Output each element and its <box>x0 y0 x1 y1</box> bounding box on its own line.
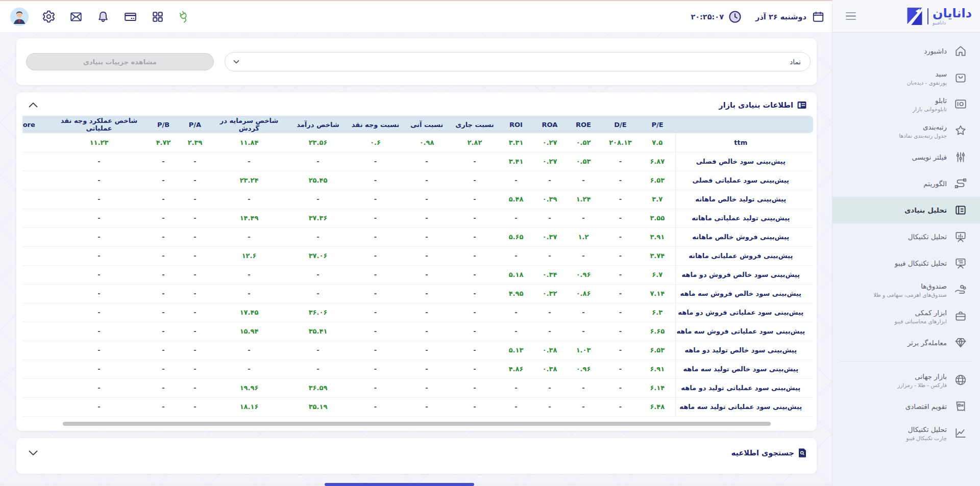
sidebar-item-labels: تحلیل تکنیکال <box>908 233 947 241</box>
cell-op_cash_performance_index: - <box>51 397 148 416</box>
cell-pa: - <box>179 322 211 341</box>
cell-op_cash_performance_index: - <box>51 190 148 209</box>
cell-score <box>22 209 51 227</box>
cell-roa: ۰.۳۸ <box>534 341 566 360</box>
cell-working_capital_index: ۱۴.۴۹ <box>211 209 287 227</box>
cell-roi: - <box>498 303 534 322</box>
announcement-panel-title: جستجوی اطلاعیه <box>731 449 794 457</box>
cell-pb: - <box>148 265 179 284</box>
sidebar-item-technical-fibo[interactable]: تحلیل تکنیکال فیبو <box>832 250 980 276</box>
cell-roi: ۴.۹۵ <box>498 284 534 303</box>
cell-roa: - <box>534 322 566 341</box>
sidebar-item-helper-tools[interactable]: ابزار کمکیابزارهای محاسباتی فیبو <box>832 303 980 329</box>
column-header-pa: P/A <box>179 116 211 133</box>
column-header-roi: ROI <box>498 116 534 133</box>
sidebar-item-global-market[interactable]: بازار جهانیفارکس - طلا - رمزارز <box>832 367 980 393</box>
sidebar-item-algorithm[interactable]: الگوریتم <box>832 170 980 197</box>
cell-op_cash_performance_index: - <box>51 265 148 284</box>
sidebar-item-top-trader[interactable]: معامله‌گر برتر <box>832 329 980 356</box>
sidebar-item-filter-writing[interactable]: فیلتر نویسی <box>832 144 980 170</box>
cell-pe: ۳.۹۱ <box>640 227 675 246</box>
news-outline-icon <box>953 203 968 217</box>
sidebar-item-portfolio[interactable]: سبدپورتفوی - دیده‌بان <box>832 64 980 91</box>
page-scrollbar-thumb[interactable] <box>325 483 474 486</box>
cell-working_capital_index: - <box>211 284 287 303</box>
cell-pe: ۳.۷ <box>640 190 675 209</box>
sidebar-item-economic-calendar[interactable]: تقویم اقتصادی <box>832 393 980 420</box>
calendar-icon[interactable] <box>812 10 825 23</box>
chevron-down-icon <box>233 60 239 64</box>
cell-income_index: - <box>287 341 349 360</box>
cell-working_capital_index: ۱۹.۹۶ <box>211 378 287 397</box>
topbar: دوشنبه ۲۶ آذر ۲۰:۲۵:۰۷ <box>0 0 832 33</box>
sidebar-item-ranking[interactable]: رتبه‌بندیجدول رتبه‌بندی نمادها <box>832 117 980 144</box>
cell-pb: - <box>148 341 179 360</box>
table-row: پیش‌بینی سود خالص فروش دو ماهه۶.۷-۰.۹۶۰.… <box>22 265 813 284</box>
sidebar-item-fundamental-analysis[interactable]: تحلیل بنیادی <box>832 197 980 223</box>
cell-income_index: ۳۶.۵۹ <box>287 378 349 397</box>
cell-cash_ratio: - <box>349 360 402 378</box>
column-header-quick_ratio: نسبت آنی <box>402 116 451 133</box>
table-horizontal-scrollbar[interactable] <box>26 422 771 426</box>
symbol-select[interactable]: نماد <box>225 52 811 71</box>
collapse-panel-button[interactable] <box>27 100 40 110</box>
cell-roe: ۱.۲ <box>566 227 601 246</box>
cell-pa: - <box>179 227 211 246</box>
sidebar-item-dashboard[interactable]: داشبورد <box>832 38 980 64</box>
cell-income_index: ۳۵.۴۱ <box>287 322 349 341</box>
fundamental-table-wrap[interactable]: P/ED/EROEROAROIنسبت جارینسبت آنینسبت وجه… <box>22 116 813 417</box>
cell-pe: ۶.۸۷ <box>640 152 675 171</box>
cell-de: - <box>601 265 640 284</box>
table-row: پیش‌بینی فروش خالص ماهانه۳.۹۱-۱.۲۰.۳۷۵.۶… <box>22 227 813 246</box>
row-label: پیش‌بینی سود خالص فروش دو ماهه <box>675 265 813 284</box>
cell-de: - <box>601 190 640 209</box>
cell-score <box>22 378 51 397</box>
fundamental-info-panel: اطلاعات بنیادی بازار P/ED/EROEROAROIنسبت… <box>16 92 817 431</box>
cell-working_capital_index: - <box>211 227 287 246</box>
cell-pe: ۶.۳ <box>640 303 675 322</box>
sidebar-item-funds[interactable]: صندوق‌هاصندوق‌های اهرمی، سهامی و طلا <box>832 276 980 303</box>
user-avatar-image <box>10 8 29 26</box>
sidebar-item-sublabel: پورتفوی - دیده‌بان <box>907 80 947 86</box>
bell-icon[interactable] <box>96 10 110 23</box>
page-horizontal-scrollbar[interactable] <box>0 483 832 486</box>
sidebar-item-label: تقویم اقتصادی <box>905 402 947 411</box>
sidebar-item-tablo[interactable]: تابلوتابلوخوانی بازار <box>832 91 980 117</box>
danayan-logo[interactable]: دانایان دانافیبو <box>906 7 972 26</box>
avatar[interactable] <box>10 8 29 26</box>
sidebar-item-sublabel: فارکس - طلا - رمزارز <box>897 382 947 388</box>
sidebar-item-technical-chart[interactable]: تحلیل تکنیکالچارت تکنیکال فیبو <box>832 420 980 446</box>
view-fundamental-details-button[interactable]: مشاهده جزییات بنیادی <box>26 53 214 70</box>
cell-de: - <box>601 303 640 322</box>
announcement-panel-header: جستجوی اطلاعیه <box>16 441 817 465</box>
table-scrollbar-thumb[interactable] <box>63 422 771 426</box>
gear-icon[interactable] <box>42 10 56 23</box>
mail-icon[interactable] <box>69 10 83 23</box>
cell-quick_ratio: - <box>402 190 451 209</box>
apps-grid-icon[interactable] <box>151 10 164 23</box>
cell-de: ۲۰۸.۱۳ <box>601 133 640 152</box>
plug-icon[interactable] <box>175 8 192 25</box>
clock-icon <box>728 10 742 24</box>
sidebar-item-label: تحلیل تکنیکال فیبو <box>895 259 947 267</box>
cell-current_ratio: - <box>451 246 498 265</box>
cell-score <box>22 360 51 378</box>
cell-pa: - <box>179 171 211 190</box>
announcement-search-icon <box>798 448 806 457</box>
cell-cash_ratio: - <box>349 152 402 171</box>
cell-pb: - <box>148 397 179 416</box>
sidebar-item-labels: صندوق‌هاصندوق‌های اهرمی، سهامی و طلا <box>873 282 947 298</box>
sidebar-item-technical-analysis[interactable]: تحلیل تکنیکال <box>832 223 980 250</box>
cell-score <box>22 397 51 416</box>
column-header-cash_ratio: نسبت وجه نقد <box>349 116 402 133</box>
column-header-row-label <box>675 116 813 133</box>
fundamental-panel-title: اطلاعات بنیادی بازار <box>719 101 793 109</box>
table-row: پیش‌بینی سود خالص تولید دو ماهه۶.۵۳-۱.۰۳… <box>22 341 813 360</box>
expand-panel-button[interactable] <box>27 448 40 457</box>
card-icon[interactable] <box>123 10 138 23</box>
menu-toggle-button[interactable] <box>844 10 858 22</box>
cell-income_index: ۲۵.۴۵ <box>287 171 349 190</box>
cell-roi: ۳.۴۱ <box>498 152 534 171</box>
cell-de: - <box>601 171 640 190</box>
cell-quick_ratio: - <box>402 246 451 265</box>
